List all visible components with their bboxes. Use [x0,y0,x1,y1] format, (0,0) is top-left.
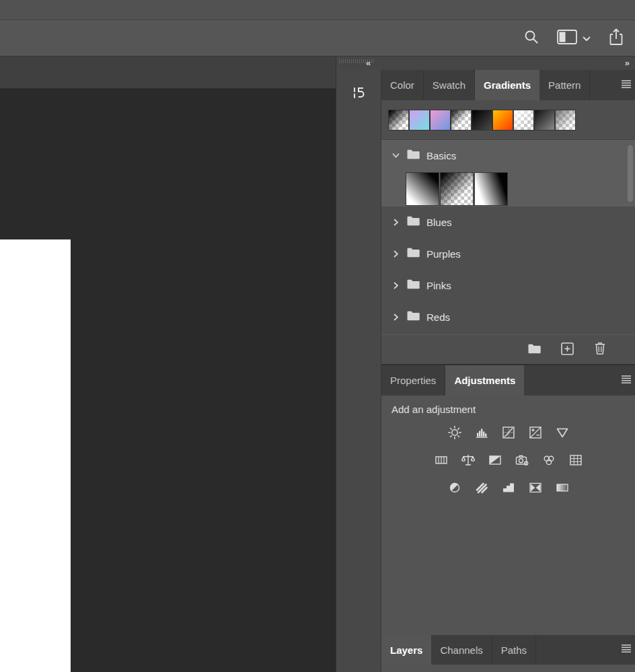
color-lookup-icon [568,453,583,470]
invert-icon [447,480,462,498]
search-button[interactable] [523,29,539,47]
black-and-white-icon [488,453,502,470]
layers-panel-menu-button[interactable] [621,635,635,665]
chevron-right-icon[interactable] [391,281,400,290]
collapsed-panel-icon [350,84,367,104]
options-bar [0,20,635,57]
adjustment-icon-row [381,480,635,498]
adjustment-brightness-contrast-button[interactable] [446,425,463,443]
gradient-preset-thumb[interactable] [514,110,533,130]
hamburger-menu-icon [621,79,632,91]
tab-swatches[interactable]: Swatch [424,70,475,100]
share-icon [608,28,624,48]
gradient-swatch[interactable] [406,173,439,205]
gradient-preset-thumb[interactable] [472,110,492,130]
gradients-panel-footer [381,334,635,364]
brightness-contrast-icon [447,425,462,443]
panel-dock [336,70,381,672]
tab-paths[interactable]: Paths [492,635,536,665]
gradient-group-reds[interactable]: Reds [381,301,635,333]
gradient-fill [472,110,492,130]
tab-properties[interactable]: Properties [381,365,445,396]
gradient-fill [493,110,513,130]
chevron-right-icon[interactable] [391,218,400,227]
gradient-group-list: Basics [381,139,635,334]
tab-gradients[interactable]: Gradients [475,70,539,100]
adjustments-panel-body: Add an adjustment [381,396,635,635]
gradient-preset-thumb[interactable] [389,110,408,130]
folder-icon [406,247,420,261]
adjustment-gradient-map-button[interactable] [554,480,571,498]
document-canvas[interactable] [0,239,71,672]
color-balance-icon [461,453,476,470]
chevron-right-icon[interactable] [391,313,400,322]
workspace-switcher-icon [557,30,577,47]
gradient-preset-thumb[interactable] [410,110,429,130]
adjustment-color-lookup-button[interactable] [567,453,585,470]
adjustment-hue-saturation-button[interactable] [433,453,450,470]
chevron-down-icon[interactable] [391,151,400,160]
gradient-group-blues[interactable]: Blues [381,207,635,238]
new-gradient-icon [560,342,574,358]
gradient-fill [406,173,439,205]
vibrance-icon [555,425,570,443]
adjustment-selective-color-button[interactable] [527,480,544,498]
collapsed-panel-button[interactable] [343,78,374,109]
adjustment-exposure-button[interactable] [527,425,544,443]
tab-channels[interactable]: Channels [431,635,492,665]
gradient-group-basics[interactable]: Basics [381,140,635,172]
adjustment-photo-filter-button[interactable] [513,453,531,470]
tab-adjustments[interactable]: Adjustments [445,365,524,396]
panel-column: Color Swatch Gradients Pattern [381,70,635,672]
gradient-preset-thumb[interactable] [451,110,471,130]
adjustments-panel-menu-button[interactable] [621,365,635,396]
gradients-tab-bar: Color Swatch Gradients Pattern [381,70,635,100]
right-panel-region: « » Color Swatch Gradients [336,57,635,672]
chevron-down-icon [583,32,591,44]
scrollbar[interactable] [628,142,634,332]
workspace-switcher[interactable] [557,30,591,47]
gradient-group-purples[interactable]: Purples [381,238,635,270]
gradient-fill [451,110,471,130]
tab-layers[interactable]: Layers [381,635,431,665]
gradient-swatch[interactable] [475,173,507,205]
gradient-fill [514,110,533,130]
collapse-panels-button[interactable]: « [366,57,371,70]
adjustment-posterize-button[interactable] [473,480,490,498]
adjustment-vibrance-button[interactable] [554,425,571,443]
tab-color[interactable]: Color [381,70,424,100]
gradient-preset-thumb[interactable] [493,110,513,130]
new-gradient-button[interactable] [560,342,574,358]
adjustment-color-balance-button[interactable] [459,453,477,470]
gradient-preset-thumb[interactable] [431,110,450,130]
adjustment-invert-button[interactable] [446,480,463,498]
gradient-swatch[interactable] [441,173,473,205]
gradient-fill [475,173,507,205]
gradients-panel-menu-button[interactable] [621,70,635,100]
layers-panel-body [381,665,635,672]
canvas-column [0,57,336,672]
tab-patterns[interactable]: Pattern [539,70,590,100]
adjustment-levels-button[interactable] [473,425,490,443]
exposure-icon [528,425,543,443]
share-button[interactable] [608,28,624,48]
gradient-preset-thumb[interactable] [556,110,575,130]
delete-button[interactable] [593,341,607,358]
scrollbar-thumb[interactable] [628,145,633,202]
chevron-right-icon[interactable] [391,250,400,258]
new-group-button[interactable] [527,343,541,357]
adjustment-channel-mixer-button[interactable] [540,453,558,470]
adjustment-icon-row [381,425,635,443]
hamburger-menu-icon [621,644,632,656]
adjustment-curves-button[interactable] [500,425,517,443]
gradient-preset-thumb[interactable] [535,110,554,130]
gradient-group-label: Basics [426,150,456,161]
expand-panels-button[interactable]: » [625,57,630,70]
folder-icon [406,149,420,163]
gradient-fill [441,173,473,205]
adjustment-black-and-white-button[interactable] [486,453,504,470]
adjustment-icon-row [381,453,635,470]
gradient-group-pinks[interactable]: Pinks [381,270,635,301]
adjustment-threshold-button[interactable] [500,480,517,498]
add-adjustment-heading: Add an adjustment [381,396,635,415]
